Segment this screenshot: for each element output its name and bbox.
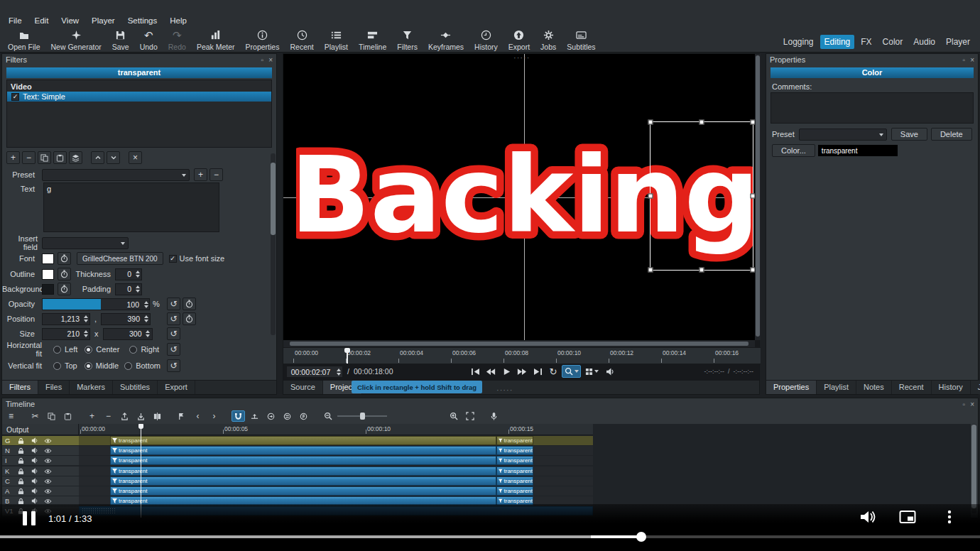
move-filter-down-button[interactable] xyxy=(107,151,120,164)
preview-time-ruler[interactable]: 00:00:00 00:00:02 00:00:04 00:00:06 00:0… xyxy=(283,347,761,364)
miniplayer-icon[interactable] xyxy=(899,510,916,524)
filters-scrollbar[interactable] xyxy=(271,153,276,335)
preview-horizontal-scrollbar[interactable] xyxy=(283,340,755,347)
fast-forward-button[interactable] xyxy=(515,365,529,378)
position-y-spinner[interactable]: 390 xyxy=(101,313,151,325)
timeline-clip[interactable]: transparent xyxy=(496,467,533,476)
tab-export[interactable]: Export xyxy=(158,381,195,394)
menu-help[interactable]: Help xyxy=(164,15,192,26)
lock-icon[interactable] xyxy=(14,487,28,496)
vfit-top-radio[interactable] xyxy=(53,362,61,370)
current-time-spinner[interactable]: 00:00:02:07 xyxy=(286,366,343,378)
track-header[interactable]: G xyxy=(2,436,79,445)
hfit-center-radio[interactable] xyxy=(85,346,92,354)
layout-tab-player[interactable]: Player xyxy=(942,35,974,49)
playlist-button[interactable]: Playlist xyxy=(320,28,353,52)
hide-icon[interactable] xyxy=(41,447,55,455)
export-button[interactable]: Export xyxy=(503,28,535,52)
record-audio-button[interactable] xyxy=(487,410,501,422)
deselect-filter-button[interactable]: × xyxy=(129,151,142,164)
tab-markers[interactable]: Markers xyxy=(70,381,113,394)
tab-filters[interactable]: Filters xyxy=(2,381,38,394)
hide-icon[interactable] xyxy=(41,487,55,496)
vfit-reset-button[interactable]: ↺ xyxy=(167,359,180,372)
menu-view[interactable]: View xyxy=(55,15,85,26)
seek-knob[interactable] xyxy=(636,532,646,542)
paste-filters-button[interactable] xyxy=(53,151,67,164)
track-header[interactable]: N xyxy=(2,446,79,455)
mute-icon[interactable] xyxy=(28,437,41,445)
use-font-size-checkbox[interactable]: ✓ xyxy=(169,255,177,263)
lock-icon[interactable] xyxy=(14,447,28,455)
tab-source[interactable]: Source xyxy=(283,381,323,394)
zoom-in-button[interactable] xyxy=(447,410,460,422)
timeline-clip[interactable]: transparent xyxy=(110,486,496,496)
marker-button[interactable] xyxy=(175,410,188,422)
skip-previous-button[interactable] xyxy=(468,365,482,378)
close-icon[interactable]: × xyxy=(268,55,273,65)
zoom-button[interactable] xyxy=(562,365,581,378)
ripple-button[interactable] xyxy=(264,410,278,422)
tab-playlist[interactable]: Playlist xyxy=(817,381,856,394)
resize-handle-w[interactable] xyxy=(648,194,653,199)
timeline-scrollbar[interactable] xyxy=(971,424,976,513)
lock-icon[interactable] xyxy=(14,457,28,465)
comments-input[interactable] xyxy=(771,92,974,124)
layout-tab-logging[interactable]: Logging xyxy=(779,35,818,49)
text-selection-rect[interactable] xyxy=(650,121,753,271)
mute-icon[interactable] xyxy=(28,447,41,455)
filter-enabled-checkbox[interactable]: ✓ xyxy=(11,93,19,101)
lock-icon[interactable] xyxy=(14,477,28,486)
text-input[interactable]: g xyxy=(43,182,219,232)
zoom-fit-button[interactable] xyxy=(463,410,477,422)
position-x-spinner[interactable]: 1,213 xyxy=(42,313,90,325)
size-width-spinner[interactable]: 210 xyxy=(42,328,90,340)
vfit-bottom-radio[interactable] xyxy=(124,362,132,370)
outline-keyframes-icon[interactable] xyxy=(58,268,71,280)
preset-add-button[interactable]: + xyxy=(194,168,207,181)
previous-marker-button[interactable]: ‹ xyxy=(191,410,205,422)
tab-recent[interactable]: Recent xyxy=(892,381,932,394)
preset-remove-button[interactable]: − xyxy=(209,168,223,181)
timeline-button[interactable]: Timeline xyxy=(354,28,391,52)
save-button[interactable]: Save xyxy=(107,28,134,52)
tab-properties[interactable]: Properties xyxy=(766,381,817,394)
menu-edit[interactable]: Edit xyxy=(29,15,55,26)
undock-icon[interactable]: ▫ xyxy=(963,400,966,409)
move-filter-up-button[interactable] xyxy=(91,151,104,164)
thickness-spinner[interactable]: 0 xyxy=(115,268,142,280)
output-track-button[interactable]: Output xyxy=(2,424,79,435)
new-generator-button[interactable]: New Generator xyxy=(46,28,107,52)
timeline-ruler[interactable]: 00:00:00 00:00:05 00:00:10 00:00:15 xyxy=(79,424,593,435)
keyframes-button[interactable]: Keyframes xyxy=(423,28,469,52)
play-button[interactable] xyxy=(499,365,513,378)
timeline-clip[interactable]: transparent xyxy=(110,467,496,476)
tab-jobs[interactable]: Jobs xyxy=(971,381,980,394)
more-options-icon[interactable] xyxy=(947,510,952,524)
properties-preset-combo[interactable] xyxy=(799,129,887,141)
pause-button[interactable] xyxy=(23,511,36,525)
copy-filters-button[interactable] xyxy=(38,151,51,164)
track-header[interactable]: C xyxy=(2,476,79,486)
remove-filter-button[interactable]: − xyxy=(22,151,36,164)
layout-tab-fx[interactable]: FX xyxy=(856,35,876,49)
grid-button[interactable] xyxy=(582,365,601,378)
peak-meter-button[interactable]: Peak Meter xyxy=(192,28,240,52)
timeline-clip[interactable]: transparent xyxy=(496,436,533,445)
tab-files[interactable]: Files xyxy=(38,381,70,394)
snap-button[interactable] xyxy=(232,410,245,422)
mute-icon[interactable] xyxy=(28,467,41,476)
menu-player[interactable]: Player xyxy=(86,15,121,26)
position-keyframes-icon[interactable] xyxy=(183,312,196,325)
padding-spinner[interactable]: 0 xyxy=(115,283,142,295)
resize-handle-nw[interactable] xyxy=(648,120,653,125)
lock-icon[interactable] xyxy=(14,437,28,445)
loop-button[interactable]: ↻ xyxy=(546,365,560,378)
opacity-slider[interactable]: 100 xyxy=(42,298,150,310)
insert-field-combo[interactable] xyxy=(42,237,129,249)
close-icon[interactable]: × xyxy=(970,400,974,409)
track-header[interactable]: I xyxy=(2,456,79,465)
timeline-clip[interactable]: transparent xyxy=(496,446,533,455)
timeline-clip[interactable]: transparent xyxy=(496,476,533,486)
layout-tab-editing[interactable]: Editing xyxy=(820,35,855,49)
